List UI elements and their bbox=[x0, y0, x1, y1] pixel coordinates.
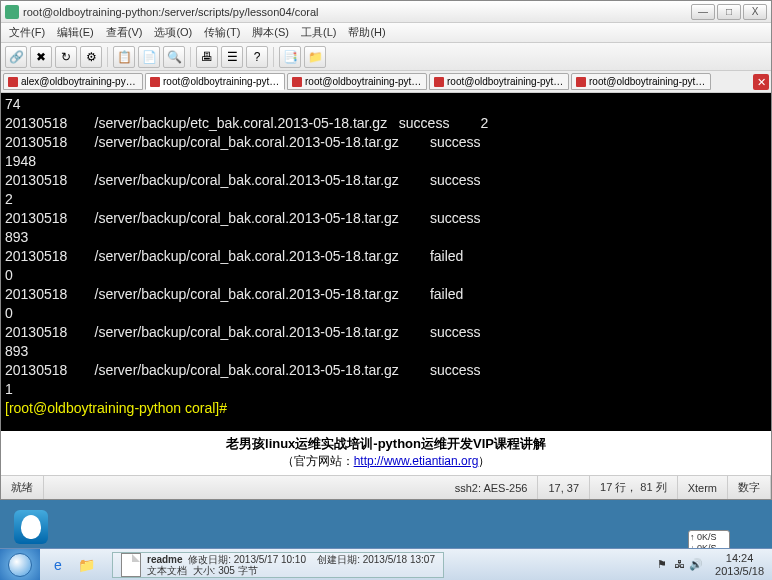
toolbar: 🔗 ✖ ↻ ⚙ 📋 📄 🔍 🖶 ☰ ? 📑 📁 bbox=[1, 43, 771, 71]
menu-transfer[interactable]: 传输(T) bbox=[198, 23, 246, 42]
tray-volume-icon[interactable]: 🔊 bbox=[689, 558, 703, 572]
menu-file[interactable]: 文件(F) bbox=[3, 23, 51, 42]
tab-label: root@oldboytraining-python... bbox=[589, 76, 706, 87]
qq-icon bbox=[14, 510, 48, 544]
caption-banner: 老男孩linux运维实战培训-python运维开发VIP课程讲解 （官方网站：h… bbox=[1, 431, 771, 475]
toolbar-help-icon[interactable]: ? bbox=[246, 46, 268, 68]
file-name: readme bbox=[147, 554, 183, 565]
session-tab[interactable]: root@oldboytraining-python... bbox=[571, 73, 711, 90]
tab-label: root@oldboytraining-pytho... bbox=[305, 76, 422, 87]
system-tray: ⚑ 🖧 🔊 14:24 2013/5/18 bbox=[651, 549, 772, 580]
toolbar-disconnect-icon[interactable]: ✖ bbox=[30, 46, 52, 68]
net-upload: ↑ 0K/S bbox=[690, 532, 728, 543]
text-file-icon bbox=[121, 553, 141, 577]
maximize-button[interactable]: □ bbox=[717, 4, 741, 20]
taskbar-clock[interactable]: 14:24 2013/5/18 bbox=[707, 552, 772, 578]
tab-label: root@oldboytraining-pytho... bbox=[163, 76, 280, 87]
clock-date: 2013/5/18 bbox=[715, 565, 764, 578]
titlebar[interactable]: root@oldboytraining-python:/server/scrip… bbox=[1, 1, 771, 23]
menu-script[interactable]: 脚本(S) bbox=[246, 23, 295, 42]
menu-options[interactable]: 选项(O) bbox=[148, 23, 198, 42]
tab-icon bbox=[434, 77, 444, 87]
toolbar-separator bbox=[190, 47, 191, 67]
ie-icon[interactable]: e bbox=[46, 553, 70, 577]
tab-icon bbox=[292, 77, 302, 87]
menu-tools[interactable]: 工具(L) bbox=[295, 23, 342, 42]
tab-close-button[interactable]: ✕ bbox=[753, 74, 769, 90]
toolbar-sftp-icon[interactable]: 📁 bbox=[304, 46, 326, 68]
toolbar-separator bbox=[107, 47, 108, 67]
menu-view[interactable]: 查看(V) bbox=[100, 23, 149, 42]
terminal-output[interactable]: 7420130518 /server/backup/etc_bak.coral.… bbox=[1, 93, 771, 431]
statusbar: 就绪 ssh2: AES-256 17, 37 17 行， 81 列 Xterm… bbox=[1, 475, 771, 499]
toolbar-paste-icon[interactable]: 📄 bbox=[138, 46, 160, 68]
windows-orb-icon bbox=[8, 553, 32, 577]
tray-network-icon[interactable]: 🖧 bbox=[672, 558, 686, 572]
toolbar-connect-icon[interactable]: 🔗 bbox=[5, 46, 27, 68]
tab-icon bbox=[150, 77, 160, 87]
file-created: 2013/5/18 13:07 bbox=[363, 554, 435, 565]
minimize-button[interactable]: — bbox=[691, 4, 715, 20]
official-site-link[interactable]: http://www.etiantian.org bbox=[354, 454, 479, 468]
toolbar-copy-icon[interactable]: 📋 bbox=[113, 46, 135, 68]
status-ready: 就绪 bbox=[1, 476, 44, 499]
caption-title: 老男孩linux运维实战培训-python运维开发VIP课程讲解 bbox=[5, 435, 767, 453]
toolbar-props-icon[interactable]: ☰ bbox=[221, 46, 243, 68]
status-cursor-pos: 17, 37 bbox=[538, 476, 590, 499]
menu-help[interactable]: 帮助(H) bbox=[342, 23, 391, 42]
clock-time: 14:24 bbox=[715, 552, 764, 565]
toolbar-find-icon[interactable]: 🔍 bbox=[163, 46, 185, 68]
toolbar-reconnect-icon[interactable]: ↻ bbox=[55, 46, 77, 68]
tray-flag-icon[interactable]: ⚑ bbox=[655, 558, 669, 572]
status-ssh: ssh2: AES-256 bbox=[445, 476, 539, 499]
window-title: root@oldboytraining-python:/server/scrip… bbox=[23, 6, 691, 18]
menubar: 文件(F) 编辑(E) 查看(V) 选项(O) 传输(T) 脚本(S) 工具(L… bbox=[1, 23, 771, 43]
taskbar-file-preview[interactable]: readme 修改日期: 2013/5/17 10:10 创建日期: 2013/… bbox=[112, 552, 444, 578]
toolbar-print-icon[interactable]: 🖶 bbox=[196, 46, 218, 68]
status-term-type: Xterm bbox=[678, 476, 728, 499]
session-tab-active[interactable]: root@oldboytraining-pytho... bbox=[145, 73, 285, 90]
file-size: 305 字节 bbox=[218, 565, 257, 576]
tab-icon bbox=[576, 77, 586, 87]
start-button[interactable] bbox=[0, 549, 40, 581]
shell-prompt: [root@oldboytraining-python coral]# bbox=[5, 400, 227, 416]
tab-label: root@oldboytraining-pytho... bbox=[447, 76, 564, 87]
tab-icon bbox=[8, 77, 18, 87]
app-icon bbox=[5, 5, 19, 19]
close-button[interactable]: X bbox=[743, 4, 767, 20]
menu-edit[interactable]: 编辑(E) bbox=[51, 23, 100, 42]
session-tabbar: alex@oldboytraining-pytho... root@oldboy… bbox=[1, 71, 771, 93]
session-tab[interactable]: root@oldboytraining-pytho... bbox=[429, 73, 569, 90]
file-modified: 2013/5/17 10:10 bbox=[234, 554, 306, 565]
quick-launch: e 📁 bbox=[40, 553, 104, 577]
status-term-size: 17 行， 81 列 bbox=[590, 476, 678, 499]
tab-label: alex@oldboytraining-pytho... bbox=[21, 76, 138, 87]
status-numlock: 数字 bbox=[728, 476, 771, 499]
explorer-icon[interactable]: 📁 bbox=[74, 553, 98, 577]
windows-taskbar: e 📁 readme 修改日期: 2013/5/17 10:10 创建日期: 2… bbox=[0, 548, 772, 580]
toolbar-separator bbox=[273, 47, 274, 67]
file-type: 文本文档 bbox=[147, 565, 187, 576]
session-tab[interactable]: root@oldboytraining-pytho... bbox=[287, 73, 427, 90]
session-tab[interactable]: alex@oldboytraining-pytho... bbox=[3, 73, 143, 90]
terminal-app-window: root@oldboytraining-python:/server/scrip… bbox=[0, 0, 772, 500]
toolbar-session-icon[interactable]: 📑 bbox=[279, 46, 301, 68]
toolbar-options-icon[interactable]: ⚙ bbox=[80, 46, 102, 68]
